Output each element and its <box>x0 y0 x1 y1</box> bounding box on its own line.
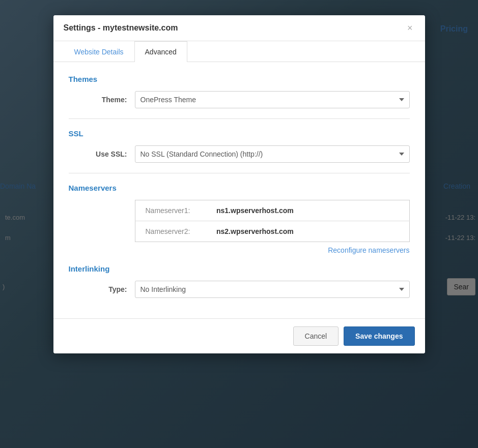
save-changes-button[interactable]: Save changes <box>344 326 414 346</box>
interlinking-select[interactable]: No Interlinking Standard Interlinking Ad… <box>135 281 410 298</box>
nameservers-section: Nameservers Nameserver1: ns1.wpserverhos… <box>69 184 410 254</box>
theme-select[interactable]: OnePress Theme Default Theme Custom Them… <box>135 91 410 108</box>
close-button[interactable]: × <box>405 23 415 33</box>
reconfigure-nameservers-link[interactable]: Reconfigure nameservers <box>328 246 409 254</box>
modal-footer: Cancel Save changes <box>53 318 425 353</box>
themes-section-title: Themes <box>69 75 410 83</box>
nameservers-table: Nameserver1: ns1.wpserverhost.com Namese… <box>135 200 410 242</box>
nameservers-wrapper: Nameserver1: ns1.wpserverhost.com Namese… <box>135 200 410 242</box>
ns1-label: Nameserver1: <box>135 200 206 221</box>
tab-advanced[interactable]: Advanced <box>134 41 187 62</box>
tab-bar: Website Details Advanced <box>53 41 425 62</box>
modal-body: Themes Theme: OnePress Theme Default The… <box>53 62 425 318</box>
cancel-button[interactable]: Cancel <box>293 326 339 346</box>
table-row: Nameserver1: ns1.wpserverhost.com <box>135 200 409 221</box>
reconfigure-link-wrapper: Reconfigure nameservers <box>69 246 410 254</box>
modal-header: Settings - mytestnewsite.com × <box>53 15 425 41</box>
ns2-label: Nameserver2: <box>135 221 206 242</box>
settings-modal: Settings - mytestnewsite.com × Website D… <box>53 15 425 353</box>
theme-row: Theme: OnePress Theme Default Theme Cust… <box>69 91 410 108</box>
ssl-label: Use SSL: <box>69 150 135 158</box>
ssl-select[interactable]: No SSL (Standard Connection) (http://) S… <box>135 145 410 163</box>
divider-2 <box>69 173 410 173</box>
modal-overlay: Settings - mytestnewsite.com × Website D… <box>0 0 478 448</box>
table-row: Nameserver2: ns2.wpserverhost.com <box>135 221 409 242</box>
ssl-section: SSL Use SSL: No SSL (Standard Connection… <box>69 129 410 163</box>
interlinking-label: Type: <box>69 285 135 293</box>
tab-website-details[interactable]: Website Details <box>64 41 134 62</box>
theme-label: Theme: <box>69 96 135 104</box>
nameservers-section-title: Nameservers <box>69 184 410 192</box>
interlinking-section-title: Interlinking <box>69 264 410 273</box>
ns2-value: ns2.wpserverhost.com <box>206 221 409 242</box>
themes-section: Themes Theme: OnePress Theme Default The… <box>69 75 410 108</box>
ssl-section-title: SSL <box>69 129 410 138</box>
modal-title: Settings - mytestnewsite.com <box>64 23 178 33</box>
ns1-value: ns1.wpserverhost.com <box>206 200 409 221</box>
interlinking-row: Type: No Interlinking Standard Interlink… <box>69 281 410 298</box>
ssl-row: Use SSL: No SSL (Standard Connection) (h… <box>69 145 410 163</box>
divider-1 <box>69 118 410 119</box>
interlinking-section: Interlinking Type: No Interlinking Stand… <box>69 264 410 298</box>
